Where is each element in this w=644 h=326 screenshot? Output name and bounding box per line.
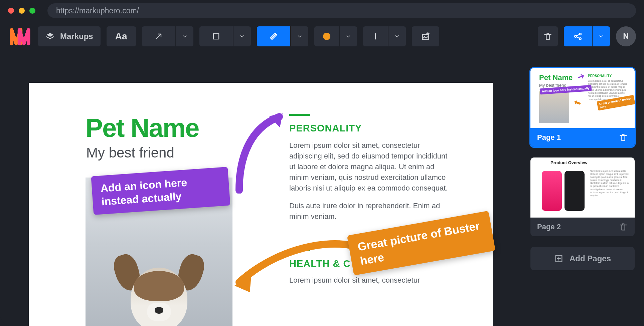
thumb-section: PERSONALITY bbox=[588, 74, 612, 78]
arrow-tool-button[interactable] bbox=[142, 26, 175, 46]
chevron-down-icon bbox=[598, 33, 604, 39]
chevron-down-icon bbox=[394, 33, 400, 39]
url-text: https://markuphero.com/ bbox=[56, 6, 139, 15]
window-controls bbox=[8, 8, 35, 14]
window-minimize-icon[interactable] bbox=[19, 8, 25, 14]
trash-icon bbox=[619, 133, 628, 142]
share-split bbox=[564, 26, 610, 46]
main-area: Pet Name My best friend PERSONALITY Lore… bbox=[0, 68, 644, 326]
trash-icon bbox=[619, 222, 628, 232]
section-body-health: Lorem ipsum dolor sit amet, consectetur bbox=[289, 275, 450, 286]
toolbar: Markups Aa bbox=[0, 21, 644, 51]
section-rule bbox=[289, 114, 310, 116]
page-label: Page 2 bbox=[537, 223, 561, 231]
section-heading-personality: PERSONALITY bbox=[289, 123, 362, 134]
doc-subtitle: My best friend bbox=[86, 145, 174, 161]
share-dropdown[interactable] bbox=[593, 26, 610, 46]
pen-tool-dropdown[interactable] bbox=[291, 26, 308, 46]
svg-rect-1 bbox=[213, 34, 219, 39]
delete-page-button[interactable] bbox=[619, 133, 628, 142]
svg-line-11 bbox=[576, 34, 579, 36]
thumb-phone-pink bbox=[542, 171, 562, 211]
svg-line-12 bbox=[576, 37, 579, 38]
add-pages-button[interactable]: Add Pages bbox=[530, 247, 635, 270]
markups-button[interactable]: Markups bbox=[38, 26, 101, 46]
color-dot-icon bbox=[323, 33, 330, 40]
app-logo[interactable] bbox=[8, 26, 32, 46]
section-paragraph: Lorem ipsum dolor sit amet, consectetur bbox=[289, 275, 450, 286]
window-close-icon[interactable] bbox=[8, 8, 14, 14]
arrow-up-right-icon bbox=[154, 32, 163, 41]
page-thumbnail[interactable]: Product Overview Nam liber tempor cum so… bbox=[530, 157, 635, 236]
thumb-phone-dark bbox=[565, 171, 585, 211]
stroke-width-dropdown[interactable] bbox=[388, 26, 406, 46]
shape-tool-dropdown[interactable] bbox=[233, 26, 251, 46]
chevron-down-icon bbox=[239, 33, 245, 39]
pages-sidebar: Pet Name My best friend PERSONALITY Lore… bbox=[530, 68, 644, 326]
delete-button[interactable] bbox=[538, 26, 558, 46]
thumb-image bbox=[539, 91, 569, 123]
page-thumbnail-preview: Pet Name My best friend PERSONALITY Lore… bbox=[530, 68, 635, 128]
color-picker-dropdown[interactable] bbox=[340, 26, 357, 46]
pen-icon bbox=[269, 32, 278, 41]
text-icon: Aa bbox=[115, 31, 127, 42]
chevron-down-icon bbox=[345, 33, 351, 39]
shape-tool-split bbox=[199, 26, 251, 46]
insert-image-button[interactable] bbox=[412, 26, 439, 46]
thumb-title: Product Overview bbox=[550, 160, 588, 165]
layers-icon bbox=[45, 32, 55, 41]
section-rule bbox=[289, 250, 310, 251]
url-bar[interactable]: https://markuphero.com/ bbox=[47, 3, 636, 18]
image-add-icon bbox=[421, 32, 430, 41]
share-icon bbox=[573, 32, 583, 41]
annotation-arrow-purple[interactable] bbox=[232, 107, 293, 194]
arrow-tool-dropdown[interactable] bbox=[176, 26, 193, 46]
thumb-title: Pet Name bbox=[539, 73, 573, 82]
chevron-down-icon bbox=[297, 33, 303, 39]
section-paragraph: Lorem ipsum dolor sit amet, consectetur … bbox=[289, 140, 450, 193]
page-thumbnail-footer: Page 1 bbox=[530, 128, 635, 147]
stroke-width-button[interactable] bbox=[363, 26, 388, 46]
page-thumbnail-preview: Product Overview Nam liber tempor cum so… bbox=[530, 157, 635, 218]
pen-tool-button[interactable] bbox=[257, 26, 290, 46]
page-label: Page 1 bbox=[537, 133, 561, 142]
page-thumbnail[interactable]: Pet Name My best friend PERSONALITY Lore… bbox=[530, 68, 635, 147]
browser-titlebar: https://markuphero.com/ bbox=[0, 0, 644, 21]
dog-illustration bbox=[106, 231, 212, 326]
plus-square-icon bbox=[554, 254, 564, 263]
arrow-tool-split bbox=[142, 26, 193, 46]
color-picker-button[interactable] bbox=[314, 26, 339, 46]
page-thumbnail-footer: Page 2 bbox=[530, 218, 635, 236]
section-paragraph: Duis aute irure dolor in reprehenderit. … bbox=[289, 201, 450, 222]
text-tool-button[interactable]: Aa bbox=[107, 26, 136, 46]
stroke-tool-split bbox=[363, 26, 406, 46]
delete-page-button[interactable] bbox=[619, 222, 628, 232]
color-picker-split bbox=[314, 26, 357, 46]
markups-label: Markups bbox=[60, 32, 93, 41]
document-canvas[interactable]: Pet Name My best friend PERSONALITY Lore… bbox=[29, 83, 493, 326]
trash-icon bbox=[543, 32, 552, 41]
section-body-personality: Lorem ipsum dolor sit amet, consectetur … bbox=[289, 140, 450, 229]
svg-line-0 bbox=[156, 34, 161, 39]
section-heading-health: HEALTH & C bbox=[289, 258, 350, 269]
rectangle-icon bbox=[211, 32, 221, 41]
line-vertical-icon bbox=[371, 32, 380, 41]
thumb-lines: Nam liber tempor cum soluta nobis eleife… bbox=[590, 170, 630, 197]
thumb-arrow-orange-icon: ⬅ bbox=[572, 96, 583, 109]
pen-tool-split bbox=[257, 26, 308, 46]
window-zoom-icon[interactable] bbox=[29, 8, 35, 14]
doc-title: Pet Name bbox=[86, 113, 199, 143]
chevron-down-icon bbox=[182, 33, 188, 39]
thumb-arrow-purple-icon: ➜ bbox=[576, 70, 586, 83]
avatar-initial: N bbox=[623, 32, 629, 41]
canvas-wrap: Pet Name My best friend PERSONALITY Lore… bbox=[0, 68, 530, 326]
user-avatar[interactable]: N bbox=[616, 26, 636, 46]
app-window: https://markuphero.com/ Markups Aa bbox=[0, 0, 644, 326]
shape-tool-button[interactable] bbox=[199, 26, 233, 46]
share-button[interactable] bbox=[564, 26, 592, 46]
add-pages-label: Add Pages bbox=[570, 254, 611, 263]
annotation-text: Add an icon here instead actually bbox=[100, 176, 187, 208]
